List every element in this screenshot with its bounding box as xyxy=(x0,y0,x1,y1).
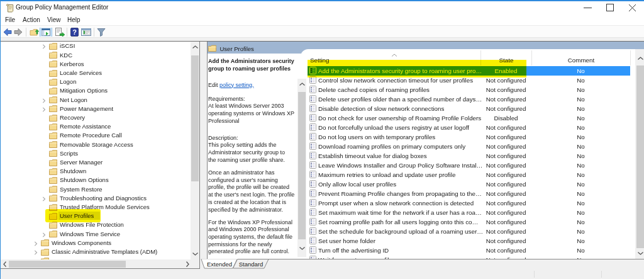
svg-text:Standard: Standard xyxy=(239,261,264,268)
svg-text:Extended: Extended xyxy=(207,261,232,268)
svg-text:?: ? xyxy=(72,28,77,36)
